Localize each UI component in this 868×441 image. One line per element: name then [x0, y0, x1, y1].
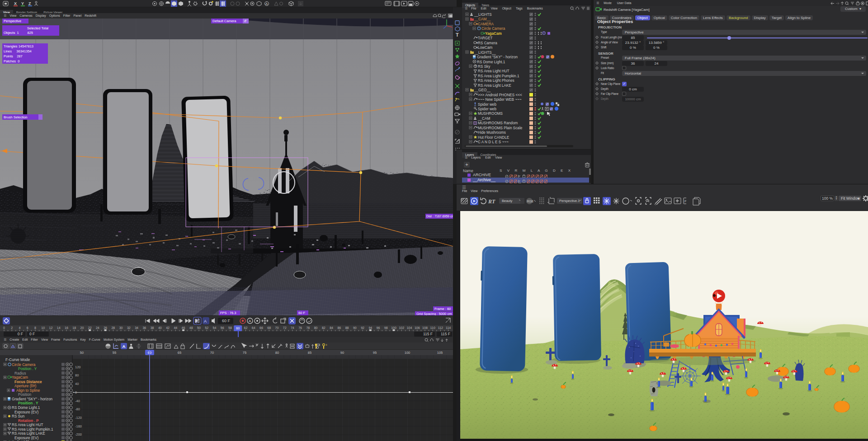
- svg-text:Aperture (f/#): Aperture (f/#): [14, 384, 37, 388]
- svg-text:A: A: [249, 319, 251, 323]
- svg-text:__CAM__: __CAM__: [474, 17, 491, 21]
- svg-text:60 F: 60 F: [222, 319, 231, 323]
- svg-text:76: 76: [298, 326, 302, 329]
- svg-text:86: 86: [337, 326, 341, 329]
- svg-text:42: 42: [166, 326, 170, 329]
- svg-text:98: 98: [384, 326, 388, 329]
- svg-text:Radius: Radius: [14, 371, 26, 375]
- svg-text:16: 16: [65, 326, 68, 329]
- svg-text:30: 30: [119, 326, 123, 329]
- svg-text:Brush Selection: Brush Selection: [4, 115, 28, 119]
- svg-text:FPS : 76.3: FPS : 76.3: [220, 311, 236, 315]
- svg-text:120: 120: [75, 365, 81, 369]
- svg-text:__CAM: __CAM: [477, 117, 490, 121]
- svg-text:RS Area Light HUT: RS Area Light HUT: [12, 423, 43, 427]
- svg-text:A: A: [265, 2, 268, 6]
- svg-text:48: 48: [189, 326, 193, 329]
- svg-text:Position: Position: [18, 393, 32, 397]
- svg-text:90: 90: [340, 351, 344, 355]
- svg-text:104: 104: [407, 326, 412, 329]
- svg-text:YagaCam: YagaCam: [12, 375, 28, 380]
- svg-text:RS Area Light LAKE: RS Area Light LAKE: [12, 432, 45, 436]
- svg-text:60: 60: [236, 327, 240, 330]
- svg-text:84: 84: [330, 326, 333, 329]
- svg-text:Lines 36341354: Lines 36341354: [4, 49, 32, 53]
- svg-text:95: 95: [373, 351, 377, 355]
- svg-text:Circle Camera: Circle Camera: [481, 27, 505, 31]
- svg-text:44: 44: [174, 326, 177, 329]
- svg-text:__LIGHTS__: __LIGHTS__: [474, 51, 496, 55]
- svg-text:LowCam: LowCam: [478, 46, 492, 50]
- svg-text:RGB: RGB: [527, 200, 533, 203]
- svg-text:T: T: [456, 32, 459, 38]
- svg-text:88: 88: [345, 326, 349, 329]
- svg-text:Y: Y: [21, 1, 24, 6]
- svg-text:-80: -80: [75, 407, 80, 411]
- svg-text:RS Dome Light.1: RS Dome Light.1: [12, 406, 40, 410]
- svg-text:Objects 1 825: Objects 1 825: [4, 31, 33, 35]
- svg-text:0: 0: [3, 326, 5, 329]
- svg-text:106: 106: [415, 326, 420, 329]
- svg-text:A: A: [123, 344, 126, 349]
- svg-text:>>> Android PHONES <<<: >>> Android PHONES <<<: [478, 93, 522, 97]
- svg-text:22: 22: [88, 326, 92, 329]
- svg-text:Align to Spline: Align to Spline: [16, 389, 40, 393]
- svg-text:68: 68: [267, 326, 271, 329]
- svg-text:78: 78: [306, 326, 310, 329]
- svg-text:Position . Y: Position . Y: [18, 367, 37, 371]
- svg-text:RS Area Light Phones: RS Area Light Phones: [478, 79, 514, 83]
- svg-text:65: 65: [178, 351, 181, 355]
- svg-text:38: 38: [151, 326, 154, 329]
- svg-text:TARGET: TARGET: [478, 36, 493, 40]
- svg-text:Y: Y: [445, 19, 448, 19]
- svg-text:85: 85: [308, 351, 311, 355]
- svg-text:Z: Z: [28, 1, 31, 6]
- svg-text:18: 18: [72, 326, 76, 329]
- svg-text:RT: RT: [488, 198, 495, 205]
- svg-text:102: 102: [399, 326, 404, 329]
- svg-text:50: 50: [197, 326, 201, 329]
- svg-text:40: 40: [158, 326, 162, 329]
- svg-text:52: 52: [205, 326, 208, 329]
- svg-text:RS Sun: RS Sun: [12, 414, 25, 418]
- svg-text:56: 56: [221, 326, 224, 329]
- svg-text:Default Camera: Default Camera: [212, 19, 236, 23]
- svg-text:Selected Total: Selected Total: [27, 26, 48, 30]
- svg-text:Spider web: Spider web: [478, 107, 496, 111]
- svg-text:MUSHROOMS Plain Scale: MUSHROOMS Plain Scale: [478, 126, 523, 130]
- svg-text:Beauty: Beauty: [502, 199, 513, 203]
- svg-text:75: 75: [243, 351, 246, 355]
- svg-text:94: 94: [368, 326, 372, 329]
- svg-text:RS Sky: RS Sky: [478, 65, 491, 69]
- svg-text:100: 100: [405, 351, 410, 355]
- svg-text:Gradient "SKY" - horizon: Gradient "SKY" - horizon: [477, 55, 518, 59]
- svg-text:50: 50: [80, 351, 84, 355]
- svg-text:26: 26: [104, 326, 107, 329]
- svg-text:Gradient "SKY" - horizon: Gradient "SKY" - horizon: [12, 397, 52, 401]
- svg-text:Circle Camera: Circle Camera: [12, 363, 36, 367]
- svg-text:90: 90: [353, 326, 357, 329]
- svg-text:80: 80: [314, 326, 318, 329]
- svg-text:Exposure (EV): Exposure (EV): [14, 436, 39, 440]
- svg-text:36: 36: [142, 326, 146, 329]
- svg-text:70: 70: [275, 326, 279, 329]
- svg-text:-120: -120: [75, 416, 82, 420]
- svg-text:Patches 0: Patches 0: [4, 59, 19, 63]
- svg-text:X: X: [14, 1, 17, 6]
- svg-text:Hide Mushrooms: Hide Mushrooms: [478, 131, 506, 135]
- svg-text:28: 28: [111, 326, 115, 329]
- svg-text:112: 112: [438, 326, 443, 329]
- svg-text:RS Camera: RS Camera: [478, 41, 497, 45]
- svg-text:-40: -40: [75, 399, 80, 403]
- svg-text:Focus Distance: Focus Distance: [14, 380, 42, 384]
- svg-text:F-Curve Mode: F-Curve Mode: [5, 357, 30, 362]
- svg-text:Triangles 14547813: Triangles 14547813: [4, 44, 33, 48]
- svg-text:__GEO__: __GEO__: [474, 88, 491, 92]
- svg-text:-200: -200: [75, 432, 82, 436]
- svg-text:↺: ↺: [244, 19, 246, 23]
- svg-text:__LIGHTS: __LIGHTS: [474, 13, 492, 17]
- svg-text:110: 110: [430, 326, 435, 329]
- svg-text:55: 55: [113, 351, 116, 355]
- svg-text:CAMERA: CAMERA: [478, 22, 494, 26]
- svg-text:Grid Spacing : 5000 cm: Grid Spacing : 5000 cm: [416, 312, 452, 315]
